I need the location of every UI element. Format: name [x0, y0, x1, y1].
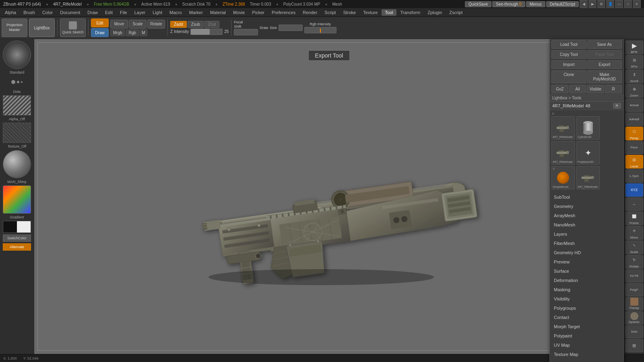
menu-brush[interactable]: Brush — [20, 9, 38, 16]
polypaint-item[interactable]: Polypaint — [550, 331, 623, 341]
scroll-button[interactable]: ⇕ Scroll — [625, 70, 643, 83]
r-button[interactable]: R — [605, 85, 622, 93]
layers-item[interactable]: Layers — [550, 230, 623, 239]
menu-color[interactable]: Color — [39, 9, 56, 16]
export-button[interactable]: Export — [587, 60, 622, 69]
lightbox-button[interactable]: LightBox — [29, 19, 55, 37]
swatch-row[interactable] — [3, 221, 31, 233]
menu-draw[interactable]: Draw — [84, 9, 101, 16]
frame-button[interactable]: ⬜ Frame — [625, 212, 643, 225]
deformation-item[interactable]: Deformation — [550, 276, 623, 285]
menu-render[interactable]: Render — [299, 9, 320, 16]
nanomesh-item[interactable]: NanoMesh — [550, 220, 623, 230]
polyf-button[interactable]: PolyF — [625, 283, 643, 296]
quicksave-button[interactable]: QuickSave — [465, 1, 491, 7]
switch-color-button[interactable]: SwitchColor — [3, 234, 31, 242]
floor-button[interactable]: Floor — [625, 141, 643, 154]
defaultzscript-button[interactable]: DefaultZScript — [546, 1, 579, 7]
scale-right-button[interactable]: ⤡ Scale — [625, 241, 643, 254]
solo-button[interactable]: Solo — [625, 325, 643, 339]
menu-layer[interactable]: Layer — [131, 9, 149, 16]
zcut-button[interactable]: Zcut — [204, 21, 219, 28]
arraymesh-item[interactable]: ArrayMesh — [550, 211, 623, 220]
brush-preview[interactable] — [3, 41, 31, 69]
texture-preview[interactable] — [3, 123, 31, 143]
focal-slider[interactable] — [234, 29, 258, 35]
menu-stroke[interactable]: Stroke — [340, 9, 359, 16]
all-button[interactable]: All — [569, 85, 586, 93]
import-button[interactable]: Import — [551, 60, 586, 69]
close-icon[interactable]: ✕ — [633, 0, 641, 8]
contact-item[interactable]: Contact — [550, 313, 623, 322]
masking-item[interactable]: Masking — [550, 285, 623, 294]
menu-material[interactable]: Material — [207, 9, 229, 16]
z-intensity-slider[interactable] — [190, 29, 223, 35]
alpha-preview[interactable] — [3, 95, 31, 115]
menu-alpha[interactable]: Alpha — [2, 9, 19, 16]
morph-target-item[interactable]: Morph Target — [550, 322, 623, 331]
tool-thumb-rifle1[interactable]: 4R7_RifleModel — [551, 116, 575, 140]
actual-button[interactable]: Actual — [625, 99, 643, 112]
active-tool-r-button[interactable]: R — [613, 103, 621, 109]
menu-script[interactable]: Script — [321, 9, 339, 16]
color-picker[interactable] — [3, 185, 31, 214]
polygroups-item[interactable]: Polygroups — [550, 304, 623, 313]
canvas-area[interactable]: Export Tool — [34, 39, 624, 354]
subtool-item[interactable]: SubTool — [550, 193, 623, 202]
see-through-button[interactable]: See-through 0 — [492, 1, 525, 7]
rgb-intensity-slider[interactable] — [304, 27, 336, 33]
ins-fill-button[interactable]: Ins Fill — [625, 269, 643, 283]
fibermesh-item[interactable]: FiberMesh — [550, 239, 623, 248]
load-tool-button[interactable]: Load Tool — [551, 40, 586, 49]
draw-size-slider[interactable] — [279, 25, 303, 31]
maximize-icon[interactable]: □ — [624, 0, 632, 8]
menu-zplugin[interactable]: Zplugin — [424, 9, 445, 16]
menu-tool[interactable]: Tool — [382, 9, 396, 16]
extra-button[interactable]: ⊞ — [625, 339, 643, 352]
menu-marker[interactable]: Marker — [186, 9, 206, 16]
menu-macro[interactable]: Macro — [166, 9, 185, 16]
menus-button[interactable]: Menus — [526, 1, 545, 7]
move-right-button[interactable]: ✛ Move — [625, 226, 643, 240]
settings-icon[interactable]: ⚙ — [597, 0, 605, 8]
zsub-button[interactable]: Zsub — [188, 21, 204, 28]
geometry-hd-item[interactable]: Geometry HD — [550, 248, 623, 257]
local-button[interactable]: ⊙ Local — [625, 155, 643, 169]
mrgb-button[interactable]: Mrgb — [110, 29, 125, 36]
menu-transform[interactable]: Transform — [397, 9, 424, 16]
geometry-item[interactable]: Geometry — [550, 202, 623, 211]
rotate-button[interactable]: Rotate — [147, 20, 165, 29]
menu-document[interactable]: Document — [57, 9, 83, 16]
visible-button[interactable]: Visible — [587, 85, 604, 93]
rotate-right-button[interactable]: ↻ Rotate — [625, 255, 643, 269]
draw-button[interactable]: Draw — [91, 28, 109, 37]
material-sphere[interactable] — [3, 150, 31, 178]
move-button[interactable]: Move — [110, 20, 128, 29]
menu-file[interactable]: File — [117, 9, 130, 16]
goz-button[interactable]: GoZ — [551, 85, 568, 93]
transp-button[interactable]: Transp — [625, 297, 643, 311]
surface-item[interactable]: Surface — [550, 267, 623, 276]
tool-thumb-polymesh[interactable]: ✦ PolyMesh3D — [576, 141, 600, 165]
user-icon[interactable]: 👤 — [606, 0, 614, 8]
menu-picker[interactable]: Picker — [249, 9, 268, 16]
bpr-button[interactable]: ▶ BPR — [625, 41, 643, 54]
alternate-button[interactable]: Alternate — [3, 243, 31, 251]
persp-button[interactable]: ⬡ Persp — [625, 127, 643, 140]
zadd-button[interactable]: Zadd — [170, 21, 187, 28]
spix-button[interactable]: ⊞ SPix — [625, 55, 643, 69]
dynamic-button[interactable]: Dynamic — [625, 311, 643, 325]
arrow-right-icon[interactable]: ▶ — [588, 0, 597, 8]
scale-button[interactable]: Scale — [129, 20, 147, 29]
tool-thumb-cylinder[interactable]: Cylinder3D — [576, 116, 600, 140]
displacement-map-item[interactable]: Displacement Map — [550, 359, 623, 362]
texture-map-item[interactable]: Texture Map — [550, 350, 623, 359]
visibility-item[interactable]: Visibility — [550, 294, 623, 304]
uv-map-item[interactable]: UV Map — [550, 341, 623, 350]
make-polymesh-button[interactable]: Make PolyMesh3D — [587, 70, 622, 83]
rgb-button[interactable]: Rgb — [126, 29, 139, 36]
dots-preview[interactable] — [3, 76, 31, 88]
quicksketch-button[interactable]: Quick Sketch — [60, 19, 86, 37]
lsym-button[interactable]: L.Sym — [625, 169, 643, 183]
projection-master-button[interactable]: Projection Master — [2, 19, 27, 37]
